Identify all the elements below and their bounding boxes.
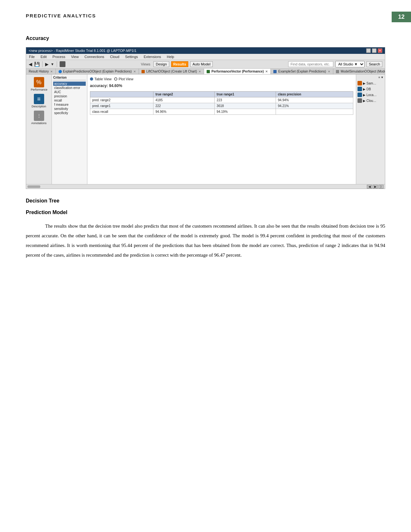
- decision-tree-heading: Decision Tree: [26, 198, 385, 204]
- criterion-recall[interactable]: recall: [53, 98, 86, 103]
- menu-view[interactable]: View: [70, 54, 80, 59]
- auto-model-tab-btn[interactable]: Auto Model: [190, 61, 213, 67]
- right-panel-collapse[interactable]: ≡: [378, 76, 380, 79]
- criterion-auc[interactable]: AUC: [53, 90, 86, 94]
- maximize-btn[interactable]: □: [372, 48, 377, 53]
- title-bar-controls[interactable]: – □ ✕: [366, 48, 382, 53]
- rp-item-sam[interactable]: ▶ Sam…: [357, 80, 384, 86]
- page-title: PREDICTIVE ANALYTICS: [26, 13, 96, 18]
- back-btn[interactable]: ◀: [29, 62, 32, 67]
- plot-view-label: Plot View: [119, 77, 133, 81]
- example-set-close[interactable]: ✕: [328, 70, 330, 73]
- criterion-fmeasure[interactable]: f measure: [53, 103, 86, 107]
- rp-item-clou[interactable]: ▶ Clou…: [357, 98, 384, 103]
- tab-performance-vector[interactable]: PerformanceVector (Performance) ✕: [204, 69, 271, 74]
- tab-model-simulator[interactable]: ModelSimulationOObject (Model Simulator)…: [333, 69, 385, 74]
- performance-sidebar-item[interactable]: % Performance: [31, 77, 47, 91]
- performance-vector-icon: [207, 70, 210, 73]
- criterion-sensitivity[interactable]: sensitivity: [53, 107, 86, 111]
- description-label: Description: [31, 105, 47, 108]
- lift-chart-close[interactable]: ✕: [199, 70, 201, 73]
- toolbar-icon1: [60, 61, 65, 67]
- performance-vector-close[interactable]: ✕: [265, 70, 268, 73]
- view-toggle: Table View Plot View: [90, 77, 353, 81]
- menu-process[interactable]: Process: [52, 54, 66, 59]
- tab-result-history[interactable]: Result History ✕: [26, 69, 56, 74]
- rp-clou-label: ▶ Clou…: [363, 99, 376, 103]
- row-pred-range1-label: pred. range1: [90, 103, 153, 109]
- performance-content-area: Table View Plot View accuracy: 94.60% tr…: [87, 74, 356, 184]
- description-icon: ≡: [34, 94, 44, 104]
- table-view-radio[interactable]: [90, 77, 93, 81]
- menu-settings[interactable]: Settings: [124, 54, 139, 59]
- rp-item-db[interactable]: ▶ DB: [357, 86, 384, 92]
- global-search-input[interactable]: [288, 61, 333, 67]
- plot-view-radio[interactable]: [114, 77, 117, 81]
- row-pred-range1-precision: 94.21%: [276, 103, 353, 109]
- rp-loca-label: ▶ Loca…: [363, 93, 377, 97]
- annotations-label: Annotations: [31, 122, 47, 125]
- explain-predictions-close[interactable]: ✕: [133, 70, 136, 73]
- rp-db-icon: [357, 87, 362, 91]
- menu-cloud[interactable]: Cloud: [109, 54, 120, 59]
- scroll-thumb[interactable]: [27, 185, 40, 188]
- minimize-btn[interactable]: –: [366, 48, 371, 53]
- menu-connections[interactable]: Connections: [83, 54, 105, 59]
- criterion-accuracy[interactable]: accuracy: [53, 82, 86, 86]
- menu-edit[interactable]: Edit: [40, 54, 48, 59]
- scroll-expand-btn[interactable]: ⟩: [378, 185, 384, 189]
- table-view-option[interactable]: Table View: [90, 77, 112, 81]
- table-view-label: Table View: [94, 77, 112, 81]
- table-row: pred. range1 222 3618 94.21%: [90, 103, 353, 109]
- prediction-model-heading: Prediction Model: [26, 210, 385, 215]
- tab-example-set[interactable]: ExampleSet (Explain Predictions) ✕: [271, 69, 333, 74]
- table-header-empty: [90, 92, 153, 97]
- menu-file[interactable]: File: [28, 54, 36, 59]
- run-dropdown[interactable]: ▼: [51, 62, 54, 66]
- search-btn[interactable]: Search: [367, 61, 382, 67]
- row-class-recall-val2: 94.19%: [215, 109, 276, 115]
- title-bar: <new process> - RapidMiner Studio Trial …: [26, 47, 385, 54]
- row-class-recall-val1: 94.96%: [153, 109, 215, 115]
- criterion-classification-error[interactable]: classification error: [53, 86, 86, 90]
- menu-help[interactable]: Help: [166, 54, 175, 59]
- run-btn[interactable]: ▶: [45, 62, 49, 67]
- rp-db-label: ▶ DB: [363, 87, 371, 91]
- tab-result-history-2[interactable]: 🔵 ExplainPredictionsOObject (Explain Pre…: [56, 69, 139, 74]
- row-pred-range1-val2: 3618: [215, 103, 276, 109]
- tab-lift-chart[interactable]: LiftChartOObject (Create Lift Chart) ✕: [139, 69, 204, 74]
- close-btn[interactable]: ✕: [378, 48, 382, 53]
- description-sidebar-item[interactable]: ≡ Description: [31, 94, 47, 108]
- results-tab-btn[interactable]: Results: [171, 61, 189, 67]
- toolbar: ◀ 💾 ▶ ▼ Views Design Results Auto Model …: [26, 60, 385, 69]
- row-pred-range2-val1: 4185: [153, 97, 215, 103]
- plot-view-option[interactable]: Plot View: [114, 77, 133, 81]
- right-panel-menu[interactable]: ▼: [381, 76, 384, 79]
- table-header-true-range2: true range2: [153, 92, 215, 97]
- tab-result-history-close[interactable]: ✕: [50, 70, 53, 73]
- right-panel: ≡ ▼ ▶ Sam… ▶ DB ▶ Loca… ▶ Clou…: [356, 74, 385, 184]
- lift-chart-icon: [142, 70, 145, 73]
- page-number: 12: [392, 12, 411, 22]
- table-header-true-range1: true range1: [215, 92, 276, 97]
- criterion-title: Criterion: [53, 76, 86, 80]
- annotations-sidebar-item[interactable]: ⋮ Annotations: [31, 111, 47, 125]
- studio-dropdown[interactable]: All Studio ▼: [335, 61, 365, 67]
- design-tab-btn[interactable]: Design: [153, 61, 169, 67]
- toolbar-save-icon[interactable]: 💾: [34, 62, 40, 67]
- prediction-model-text: The results show that the decision tree …: [26, 221, 385, 260]
- table-row: pred. range2 4185 223 94.94%: [90, 97, 353, 103]
- rp-sam-icon: [357, 81, 362, 85]
- scroll-right-btn[interactable]: ▶: [373, 185, 378, 189]
- rp-item-loca[interactable]: ▶ Loca…: [357, 92, 384, 98]
- scroll-left-btn[interactable]: ◀: [367, 185, 372, 189]
- title-bar-text: <new process> - RapidMiner Studio Trial …: [29, 49, 136, 53]
- row-class-recall-precision: [276, 109, 353, 115]
- rapidminer-screenshot: <new process> - RapidMiner Studio Trial …: [26, 47, 385, 189]
- menu-extensions[interactable]: Extensions: [143, 54, 162, 59]
- model-simulator-icon: [336, 70, 339, 73]
- lift-chart-label: LiftChartOObject (Create Lift Chart): [146, 70, 197, 73]
- performance-label: Performance: [31, 88, 47, 91]
- criterion-specificity[interactable]: specificity: [53, 111, 86, 115]
- criterion-precision[interactable]: precision: [53, 94, 86, 98]
